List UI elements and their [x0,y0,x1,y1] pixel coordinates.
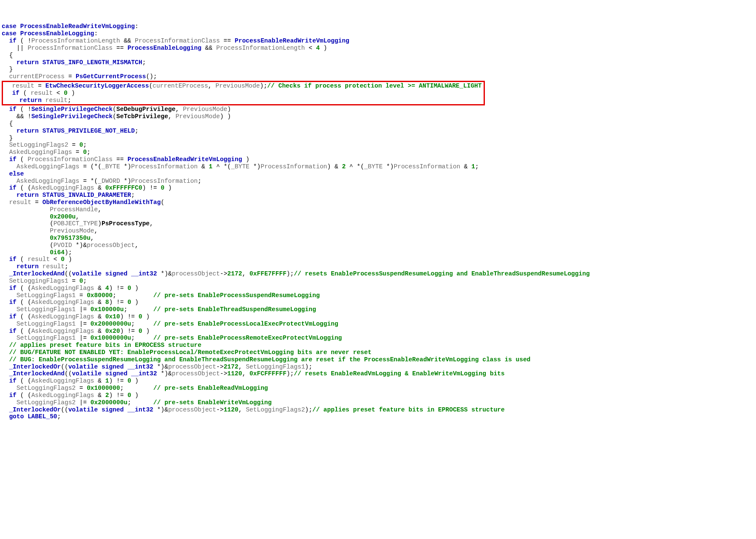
ident: ProcessInformation [260,163,327,170]
ident: result [42,263,65,270]
kw: volatile [72,270,102,277]
kw: signed [105,270,127,277]
number: 0xFFFFFFC0 [105,184,142,191]
enum-const: ProcessEnableReadWriteVmLogging [235,37,349,44]
enum-const: ProcessEnableLogging [20,30,94,37]
ident: AskedLoggingFlags [31,184,94,191]
kw-if: if [9,37,16,44]
type: PVOID [54,242,72,249]
fn-call: _InterlockedOr [9,363,61,370]
ident: SetLoggingFlags1 [246,363,305,370]
ident: SetLoggingFlags2 [17,399,76,406]
kw-return: return [17,192,39,199]
comment: // pre-sets EnableWriteVmLogging [153,399,272,406]
kw-return: return [17,59,39,66]
ident: SetLoggingFlags1 [17,292,76,299]
number: 0x1000000 [87,385,120,391]
kw-return: return [20,97,42,104]
ident: ProcessInformationClass [135,37,220,44]
kw: volatile [68,363,98,370]
type: _BYTE [364,163,383,170]
ident: result [9,199,31,206]
ident: AskedLoggingFlags [17,163,79,170]
ident: AskedLoggingFlags [31,313,94,320]
ident: SeTcbPrivilege [116,113,168,120]
number: 0x10 [105,313,120,320]
ident: ProcessInformation [131,178,198,184]
ident: result [31,90,53,96]
comment: // pre-sets EnableProcessLocalExecProtec… [153,321,338,327]
ident: ProcessInformationClass [28,156,113,163]
number: 0 [127,377,131,384]
number: 2172 [227,270,242,277]
ident: ProcessInformationLength [31,37,120,44]
ident: AskedLoggingFlags [31,285,94,292]
ident: PsProcessType [102,220,150,227]
ident: AskedLoggingFlags [31,299,94,306]
ident: SeDebugPrivilege [116,106,176,113]
number: 0 [139,313,142,320]
number: 0 [61,256,65,263]
comment: // BUG: EnableProcessSuspendResumeLoggin… [9,356,530,363]
kw: __int32 [131,270,157,277]
kw-case: case [2,30,17,37]
enum-const: ProcessEnableReadWriteVmLogging [127,156,242,163]
ident: AskedLoggingFlags [17,178,79,184]
ident: AskedLoggingFlags [31,392,94,399]
number: 0 [161,184,164,191]
number: 0x2000u [50,213,76,220]
comment: // pre-sets EnableReadVmLogging [153,385,268,391]
kw-case: case [2,23,17,30]
number: 0 [139,328,142,335]
ident: SetLoggingFlags1 [9,278,68,284]
status-const: STATUS_INVALID_PARAMETER [42,192,131,199]
comment: // applies preset feature bits in EPROCE… [312,406,504,413]
kw-if: if [9,392,16,399]
kw: volatile [72,370,102,377]
ident: ProcessInformationClass [28,45,113,51]
type: _BYTE [102,163,120,170]
ident: PreviousMode [176,113,220,120]
ident: result [28,256,50,263]
kw: volatile [68,406,98,413]
kw: __int32 [127,406,153,413]
comment: // pre-sets EnableThreadSuspendResumeLog… [153,306,316,313]
fn-call: _InterlockedAnd [9,270,65,277]
ident: ProcessHandle [50,206,98,213]
fn-call: SeSinglePrivilegeCheck [31,106,113,113]
fn-call: _InterlockedOr [9,406,61,413]
ident: processObject [168,406,216,413]
number: 0x10000000u [91,335,131,341]
number: 0x80000 [87,292,113,299]
comment: // Checks if process protection level >=… [267,82,482,89]
ident: AskedLoggingFlags [31,377,94,384]
number: 0x79517350u [50,235,91,241]
kw-goto: goto [9,413,24,420]
ident: processObject [172,270,220,277]
number: 0 [83,149,87,156]
status-const: STATUS_PRIVILEGE_NOT_HELD [42,128,135,134]
number: 0x2000000u [91,399,127,406]
type: _BYTE [231,163,250,170]
kw: signed [105,370,127,377]
ident: result [12,82,34,89]
ident: PreviousMode [215,82,260,89]
ident: SetLoggingFlags1 [17,306,76,313]
number: 1120 [227,370,242,377]
kw-return: return [17,263,39,270]
highlight-box: result = EtwCheckSecurityLoggerAccess(cu… [2,81,485,105]
comment: // BUG/FEATURE NOT ENABLED YET: EnablePr… [9,349,371,356]
kw-if: if [9,377,16,384]
kw-if: if [9,106,16,113]
ident: AskedLoggingFlags [31,328,94,335]
number: 1 [209,163,212,170]
kw-if: if [9,256,16,263]
ident: SetLoggingFlags2 [9,142,68,148]
comment: // resets EnableReadVmLogging & EnableWr… [294,370,505,377]
ident: SetLoggingFlags2 [17,385,76,391]
comment: // pre-sets EnableProcessSuspendResumeLo… [153,292,320,299]
decompiler-listing: case ProcessEnableReadWriteVmLogging: ca… [2,23,754,420]
ident: PreviousMode [183,106,227,113]
kw: __int32 [127,363,153,370]
ident: ProcessInformation [131,163,198,170]
